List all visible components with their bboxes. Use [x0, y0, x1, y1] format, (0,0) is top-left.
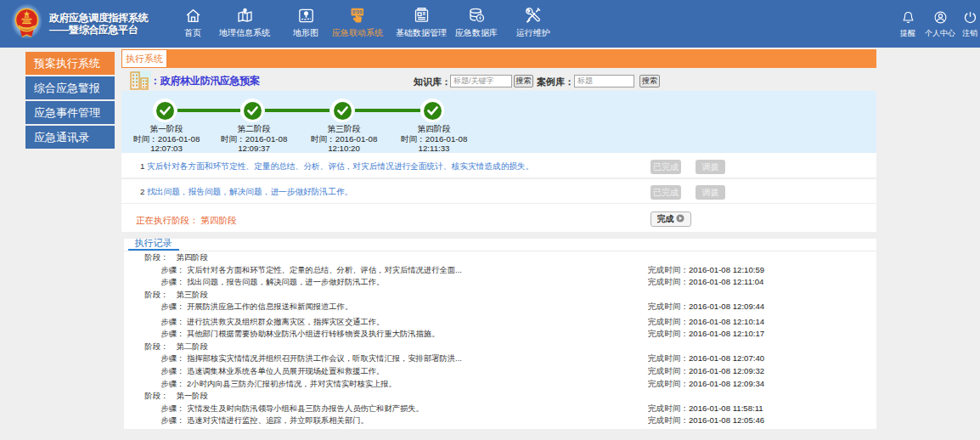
svg-text:SOS: SOS: [352, 9, 363, 14]
